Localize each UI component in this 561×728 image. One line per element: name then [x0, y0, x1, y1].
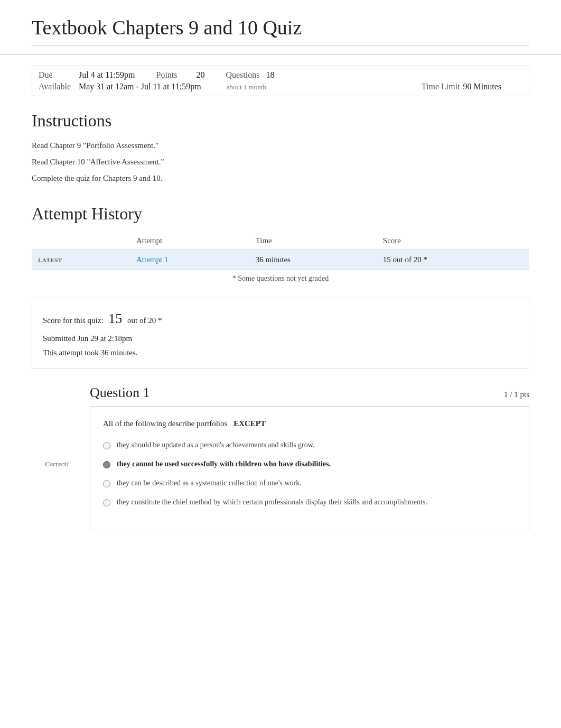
attempt-score: 15 out of 20 * [377, 250, 529, 270]
answer-option-b[interactable]: Correct! they cannot be used successfull… [103, 460, 516, 468]
radio-a [103, 442, 110, 449]
page-title: Textbook Chapters 9 and 10 Quiz [32, 16, 529, 46]
questions-value: 18 [266, 70, 275, 80]
available-value: May 31 at 12am - Jul 11 at 11:59pm [79, 82, 201, 91]
question-1-body: All of the following describe portfolios… [90, 406, 529, 530]
time-limit-label: Time Limit [422, 82, 460, 91]
table-row: LATEST Attempt 1 36 minutes 15 out of 20… [32, 250, 529, 270]
answer-option-d[interactable]: they constitute the chief method by whic… [103, 498, 516, 506]
radio-b [103, 461, 110, 468]
instruction-line-3: Complete the quiz for Chapters 9 and 10. [32, 174, 529, 183]
points-value: 20 [197, 70, 205, 80]
due-value: Jul 4 at 11:59pm [79, 70, 135, 80]
question-1-header: Question 1 1 / 1 pts [90, 385, 529, 401]
question-1-text: All of the following describe portfolios… [103, 419, 516, 428]
attempt-link[interactable]: Attempt 1 [136, 255, 168, 264]
question-1-container: Question 1 1 / 1 pts All of the followin… [90, 385, 529, 530]
available-label: Available [39, 82, 76, 91]
attempt-history-table: Attempt Time Score LATEST Attempt 1 36 m… [32, 232, 529, 287]
answer-text-b: they cannot be used successfully with ch… [117, 460, 331, 468]
meta-section: Due Jul 4 at 11:59pm Points 20 Questions… [32, 66, 529, 96]
footnote-text: * Some questions not yet graded [32, 270, 529, 288]
submitted-line: Submitted Jun 29 at 2:18pm [43, 331, 518, 346]
radio-c [103, 480, 110, 487]
answer-text-a: they should be updated as a person's ach… [117, 441, 314, 449]
points-label: Points [156, 70, 193, 80]
correct-label: Correct! [45, 460, 69, 468]
latest-badge: LATEST [38, 257, 62, 263]
question-1-pts: 1 / 1 pts [504, 390, 529, 399]
attempt-took-line: This attempt took 36 minutes. [43, 346, 518, 360]
score-line: Score for this quiz: 15 out of 20 * [43, 307, 518, 331]
instructions-title: Instructions [32, 111, 529, 131]
answer-option-c[interactable]: they can be described as a systematic co… [103, 479, 516, 487]
about-month: about 1 month [227, 83, 266, 91]
col-header-badge [32, 232, 130, 250]
questions-label: Questions [226, 70, 263, 80]
due-label: Due [39, 70, 76, 80]
score-suffix: out of 20 * [127, 316, 162, 325]
footnote-row: * Some questions not yet graded [32, 270, 529, 288]
col-header-time: Time [249, 232, 377, 250]
attempt-time: 36 minutes [249, 250, 377, 270]
instruction-line-2: Read Chapter 10 "Affective Assessment." [32, 158, 529, 167]
time-limit-value: 90 Minutes [463, 82, 501, 91]
answer-text-d: they constitute the chief method by whic… [117, 498, 427, 506]
answer-text-c: they can be described as a systematic co… [117, 479, 302, 487]
question-1-except: EXCEPT [233, 419, 266, 428]
score-box: Score for this quiz: 15 out of 20 * Subm… [32, 298, 529, 369]
col-header-attempt: Attempt [130, 232, 249, 250]
score-label: Score for this quiz: [43, 316, 104, 325]
score-number: 15 [108, 311, 122, 326]
answer-option-a[interactable]: they should be updated as a person's ach… [103, 441, 516, 449]
attempt-history-title: Attempt History [32, 204, 529, 224]
col-header-score: Score [377, 232, 529, 250]
question-1-main-text: All of the following describe portfolios [103, 419, 227, 428]
question-1-title: Question 1 [90, 385, 149, 401]
instruction-line-1: Read Chapter 9 "Portfolio Assessment." [32, 141, 529, 150]
radio-d [103, 499, 110, 506]
